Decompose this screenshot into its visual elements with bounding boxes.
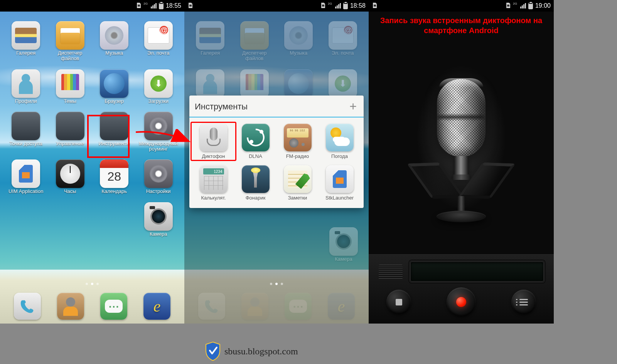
svg-rect-0: [138, 5, 140, 7]
app-calculator[interactable]: Калькулят.: [192, 165, 234, 201]
status-bar: 2G 19:00: [369, 0, 554, 12]
app-weather[interactable]: Погода: [319, 124, 361, 159]
app-gallery: Галерея: [188, 21, 233, 62]
sim-icon: [372, 2, 378, 10]
record-button[interactable]: [447, 287, 476, 317]
clock-time: 19:00: [535, 2, 551, 9]
clock-time: 18:58: [350, 2, 366, 9]
signal-icon: [335, 3, 341, 8]
battery-icon: [528, 3, 533, 9]
battery-icon: [343, 3, 348, 9]
recorder-panel: [369, 254, 554, 324]
microphone-head-icon: [437, 79, 486, 157]
svg-rect-3: [374, 5, 376, 7]
app-music[interactable]: Музыка: [92, 21, 137, 62]
sim-icon: [320, 2, 326, 10]
app-roaming[interactable]: Международный роуминг: [137, 112, 181, 152]
recorder-app: Запись звука встроенным диктофоном на см…: [369, 12, 554, 324]
sim-icon: [136, 2, 142, 10]
app-email[interactable]: Эл. почта: [137, 21, 181, 62]
dock-dimmed: [184, 293, 369, 320]
annotation-title: Запись звука встроенным диктофоном на см…: [369, 12, 554, 38]
sim-icon: [187, 2, 194, 10]
network-type: 2G: [513, 2, 517, 5]
page-indicator: [184, 283, 369, 285]
app-calendar[interactable]: Календарь: [92, 159, 137, 194]
microphone-base-icon: [437, 211, 486, 222]
dock-phone[interactable]: [14, 293, 41, 320]
app-uim[interactable]: UIM Application: [4, 159, 48, 194]
add-to-folder-button[interactable]: +: [348, 99, 358, 114]
app-camera-dimmed: Камера: [329, 227, 358, 262]
microphone-neck-icon: [454, 156, 468, 177]
signal-icon: [520, 3, 526, 8]
folder-title-input[interactable]: [195, 102, 348, 112]
app-fm-radio[interactable]: 96 98 102FM-радио: [276, 124, 319, 159]
microphone-graphic: [369, 38, 554, 254]
app-management[interactable]: Управление: [48, 112, 93, 152]
recorder-controls: [369, 287, 554, 317]
app-flashlight[interactable]: Фонарик: [234, 165, 276, 201]
dock-messages[interactable]: [100, 293, 127, 320]
app-stklauncher[interactable]: StkLauncher: [319, 165, 361, 201]
sim-icon: [505, 2, 511, 10]
app-settings[interactable]: Настройки: [137, 159, 181, 194]
network-type: 2G: [328, 2, 332, 5]
network-type: 2G: [143, 2, 148, 5]
app-notes[interactable]: Заметки: [276, 165, 319, 201]
phone-screen-2: 2G 18:58 Галерея Диспетчер файлов Музыка…: [184, 0, 369, 324]
dock-contacts[interactable]: [57, 293, 84, 320]
app-email: Эл. почта: [321, 21, 365, 62]
app-files: Диспетчер файлов: [233, 21, 277, 62]
status-bar: 2G 18:58: [184, 0, 369, 12]
phone-screen-3: 2G 19:00 Запись звука встроенным диктофо…: [369, 0, 554, 324]
folder-grid: Диктофон DLNA 96 98 102FM-радио Погода К…: [189, 117, 364, 208]
svg-rect-4: [507, 5, 509, 7]
folder-header: +: [189, 96, 364, 117]
page-indicator: [0, 283, 184, 285]
home-grid-dimmed: Галерея Диспетчер файлов Музыка Эл. почт…: [184, 17, 369, 99]
app-camera[interactable]: Камера: [137, 202, 181, 237]
app-access-points[interactable]: Точки доступа: [4, 112, 48, 152]
app-recorder[interactable]: Диктофон: [190, 122, 236, 161]
folder-popup: + Диктофон DLNA 96 98 102FM-радио Погода…: [189, 96, 364, 208]
shield-icon: [204, 341, 221, 361]
watermark: sbusu.blogspot.com: [204, 341, 298, 361]
clock-time: 18:55: [166, 2, 181, 9]
recorder-display: [410, 262, 544, 282]
signal-icon: [151, 3, 157, 8]
app-dlna[interactable]: DLNA: [234, 124, 276, 159]
app-themes[interactable]: Темы: [48, 69, 93, 104]
annotation-highlight: [87, 115, 130, 158]
status-bar: 2G 18:55: [0, 0, 184, 12]
app-gallery[interactable]: Галерея: [4, 21, 48, 62]
app-downloads[interactable]: Загрузки: [137, 69, 181, 104]
stop-button[interactable]: [386, 290, 411, 314]
battery-icon: [159, 3, 164, 9]
app-browser[interactable]: Браузер: [92, 69, 137, 104]
watermark-text: sbusu.blogspot.com: [224, 346, 298, 357]
dock-internet[interactable]: [143, 293, 170, 320]
svg-rect-1: [189, 5, 192, 7]
app-profiles[interactable]: Профили: [4, 69, 48, 104]
app-music: Музыка: [276, 21, 321, 62]
speaker-grille-icon: [379, 265, 403, 279]
dock: [0, 293, 184, 320]
svg-rect-2: [322, 5, 324, 7]
app-files[interactable]: Диспетчер файлов: [48, 21, 93, 62]
phone-screen-1: 2G 18:55 Галерея Диспетчер файлов Музыка…: [0, 0, 184, 324]
app-clock[interactable]: Часы: [48, 159, 93, 194]
recordings-list-button[interactable]: [511, 290, 536, 314]
